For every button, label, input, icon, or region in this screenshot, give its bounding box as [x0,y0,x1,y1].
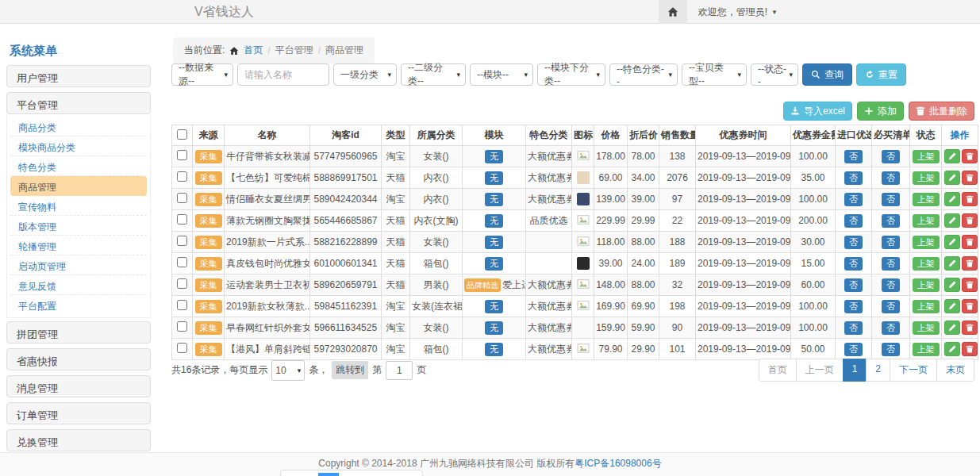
breadcrumb-home-link[interactable]: 首页 [244,44,263,57]
row-checkbox[interactable] [177,343,187,353]
filter-select-module-sub[interactable]: --模块下分类--▾ [537,63,605,86]
sidebar-item-商品分类[interactable]: 商品分类 [10,117,147,136]
must-buy-badge[interactable]: 否 [882,236,900,249]
row-checkbox[interactable] [177,257,187,267]
search-button[interactable]: 查询 [802,63,852,86]
row-checkbox[interactable] [177,171,187,182]
must-buy-badge[interactable]: 否 [882,193,900,206]
filter-input-name[interactable] [237,63,329,86]
imported-badge[interactable]: 否 [844,257,863,271]
must-buy-badge[interactable]: 否 [882,300,900,313]
must-buy-badge[interactable]: 否 [882,171,900,185]
sidebar-item-版本管理[interactable]: 版本管理 [10,216,147,236]
must-buy-badge[interactable]: 否 [882,343,900,356]
sidebar-section-省惠快报[interactable]: 省惠快报 [6,348,151,370]
row-checkbox[interactable] [177,150,187,160]
edit-button[interactable] [944,278,960,292]
status-badge[interactable]: 上架 [913,236,940,249]
imported-badge[interactable]: 否 [844,343,863,356]
must-buy-badge[interactable]: 否 [882,257,900,271]
must-buy-badge[interactable]: 否 [882,278,900,292]
sidebar-item-轮播管理[interactable]: 轮播管理 [10,236,147,255]
status-badge[interactable]: 上架 [913,193,940,206]
row-checkbox[interactable] [177,193,187,203]
status-badge[interactable]: 上架 [913,150,940,163]
delete-button[interactable] [962,213,978,228]
page-size-select[interactable]: 10 ▾ [271,360,305,381]
delete-button[interactable] [962,256,978,271]
pagination-button-下一页[interactable]: 下一页 [890,359,937,382]
imported-badge[interactable]: 否 [844,278,863,292]
edit-button[interactable] [944,171,960,185]
imported-badge[interactable]: 否 [844,236,863,249]
sidebar-section-拼团管理[interactable]: 拼团管理 [6,321,151,344]
sidebar-item-宣传物料[interactable]: 宣传物料 [10,196,147,216]
delete-button[interactable] [962,342,978,356]
edit-button[interactable] [944,256,960,271]
must-buy-badge[interactable]: 否 [882,150,900,163]
filter-select-data-source[interactable]: --数据来源--▾ [171,63,233,86]
row-checkbox[interactable] [177,278,187,289]
pagination-button-末页[interactable]: 末页 [936,359,974,382]
select-all-checkbox[interactable] [177,129,187,140]
user-menu[interactable]: 欢迎您，管理员! ▼ [698,6,778,19]
edit-button[interactable] [944,149,960,163]
status-badge[interactable]: 上架 [913,171,940,185]
row-checkbox[interactable] [177,214,187,225]
filter-select-category-2[interactable]: --二级分类--▾ [401,63,466,86]
pagination-button-上一页[interactable]: 上一页 [796,359,844,382]
edit-button[interactable] [944,192,960,206]
filter-select-status[interactable]: --状态--▾ [751,63,798,86]
filter-select-module[interactable]: --模块--▾ [470,63,533,86]
status-badge[interactable]: 上架 [913,257,940,271]
reset-button[interactable]: 重置 [856,63,906,86]
must-buy-badge[interactable]: 否 [882,321,900,335]
row-checkbox[interactable] [177,236,187,246]
sidebar-section-订单管理[interactable]: 订单管理 [6,402,151,424]
imported-badge[interactable]: 否 [844,171,863,185]
row-checkbox[interactable] [177,300,187,310]
sidebar-item-模块商品分类[interactable]: 模块商品分类 [10,136,147,156]
pagination-button-1[interactable]: 1 [843,359,867,382]
filter-select-item-type[interactable]: --宝贝类型--▾ [682,63,747,86]
imported-badge[interactable]: 否 [844,300,863,313]
status-badge[interactable]: 上架 [913,343,940,356]
pagination-button-2[interactable]: 2 [866,359,890,382]
delete-button[interactable] [962,278,978,292]
sidebar-item-商品管理[interactable]: 商品管理 [10,176,147,196]
status-badge[interactable]: 上架 [913,278,940,292]
sidebar-section-消息管理[interactable]: 消息管理 [6,375,151,397]
sidebar-item-启动页管理[interactable]: 启动页管理 [10,255,147,275]
row-checkbox[interactable] [177,321,187,332]
status-badge[interactable]: 上架 [913,214,940,228]
sidebar-section-平台管理[interactable]: 平台管理 [6,92,151,114]
delete-button[interactable] [962,192,978,206]
must-buy-badge[interactable]: 否 [882,214,900,228]
status-badge[interactable]: 上架 [913,321,940,335]
jump-page-input[interactable] [386,361,413,380]
icp-link[interactable]: 粤ICP备16098006号 [575,458,661,469]
delete-button[interactable] [962,171,978,185]
filter-select-feature[interactable]: --特色分类--▾ [609,63,678,86]
delete-button[interactable] [962,299,978,313]
edit-button[interactable] [944,299,960,313]
sidebar-item-意见反馈[interactable]: 意见反馈 [10,275,147,295]
delete-button[interactable] [962,321,978,335]
edit-button[interactable] [944,235,960,249]
batch-delete-button[interactable]: 批量删除 [909,102,974,121]
delete-button[interactable] [962,149,978,163]
imported-badge[interactable]: 否 [844,150,863,163]
import-excel-button[interactable]: 导入excel [783,102,852,121]
sidebar-item-特色分类[interactable]: 特色分类 [10,156,147,176]
sidebar-section-兑换管理[interactable]: 兑换管理 [6,429,151,451]
imported-badge[interactable]: 否 [844,193,863,206]
add-button[interactable]: 添加 [857,102,904,121]
sidebar-section-用户管理[interactable]: 用户管理 [6,65,151,87]
filter-select-category-1[interactable]: 一级分类▾ [333,63,397,86]
status-badge[interactable]: 上架 [913,300,940,313]
imported-badge[interactable]: 否 [844,214,863,228]
sidebar-item-平台配置[interactable]: 平台配置 [10,295,147,315]
edit-button[interactable] [944,321,960,335]
delete-button[interactable] [962,235,978,249]
pagination-button-首页[interactable]: 首页 [759,359,797,382]
